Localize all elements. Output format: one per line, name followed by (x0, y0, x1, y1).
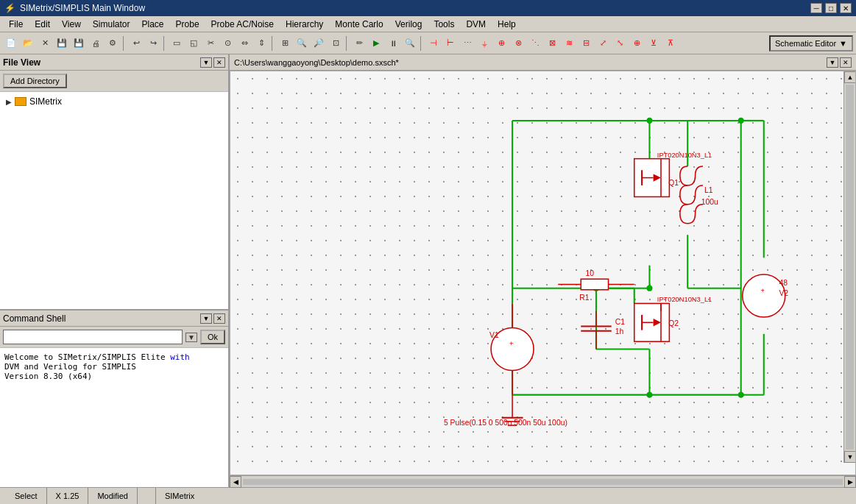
svg-point-20 (646, 118, 652, 124)
v2-value-label: 48 (779, 279, 788, 287)
folder-icon (15, 97, 26, 106)
tb-poly[interactable]: ◱ (185, 35, 202, 52)
tb-vcc[interactable]: ⊕ (493, 35, 509, 52)
inductor-value-label: 100u (701, 198, 718, 206)
command-shell-panel: Command Shell ▼ ✕ ▼ Ok Welcome to SIMetr… (0, 310, 228, 487)
menu-tools[interactable]: Tools (428, 18, 460, 31)
v1-value-label: 5 Pulse(0.15 0 500n 500n 50u 100u) (444, 419, 567, 427)
svg-rect-26 (581, 279, 608, 289)
scroll-right-btn[interactable]: ▶ (844, 476, 856, 488)
cmd-shell-controls: ▼ ✕ (200, 313, 225, 324)
tb-bus[interactable]: ⊢ (442, 35, 459, 52)
tb-print[interactable]: 🖨 (88, 35, 104, 52)
tb-probe[interactable]: 🔍 (402, 35, 418, 52)
menu-hierarchy[interactable]: Hierarchy (280, 18, 329, 31)
tb-more8[interactable]: ⊕ (629, 35, 645, 52)
titlebar-title: SIMetrix/SIMPLIS Main Window (20, 3, 145, 13)
cmd-shell-minimize-btn[interactable]: ▼ (200, 313, 212, 324)
cmd-shell-title: Command Shell (3, 313, 66, 324)
tb-save2[interactable]: 💾 (71, 35, 87, 52)
cmd-output-line-3: Version 8.30 (x64) (4, 372, 224, 381)
titlebar: ⚡ SIMetrix/SIMPLIS Main Window ─ □ ✕ (0, 0, 856, 16)
cmd-ok-button[interactable]: Ok (200, 330, 225, 344)
schematic-canvas-wrap[interactable]: 10 R1 C1 1n + V1 (230, 71, 856, 475)
tree-item-simetrix[interactable]: ▶ SIMetrix (3, 95, 225, 108)
menu-view[interactable]: View (56, 18, 87, 31)
tb-cut[interactable]: ✂ (202, 35, 219, 52)
tb-open[interactable]: 📂 (20, 35, 36, 52)
cmd-shell-input-row: ▼ Ok (0, 327, 228, 348)
tb-zoom-out[interactable]: 🔍 (294, 35, 310, 52)
toolbar: 📄 📂 ✕ 💾 💾 🖨 ⚙ ↩ ↪ ▭ ◱ ✂ ⊙ ⇔ ⇕ ⊞ 🔍 🔎 ⊡ ✏ … (0, 32, 856, 54)
sep2 (163, 36, 166, 51)
tb-undo[interactable]: ↩ (128, 35, 144, 52)
tb-more6[interactable]: ⤢ (595, 35, 611, 52)
menu-simulator[interactable]: Simulator (87, 18, 136, 31)
file-view-minimize-btn[interactable]: ▼ (200, 57, 212, 68)
tb-more2[interactable]: ⋱ (527, 35, 543, 52)
tb-run[interactable]: ▶ (368, 35, 384, 52)
dropdown-arrow-icon: ▼ (839, 39, 847, 48)
tb-pause[interactable]: ⏸ (385, 35, 401, 52)
schematic-minimize-btn[interactable]: ▼ (827, 57, 838, 68)
horizontal-scrollbar[interactable]: ◀ ▶ (230, 475, 856, 487)
tb-rect[interactable]: ▭ (169, 35, 185, 52)
q2-ref-label: Q2 (668, 319, 679, 327)
tb-mirror[interactable]: ⇔ (236, 35, 252, 52)
maximize-button[interactable]: □ (825, 3, 837, 13)
tb-more9[interactable]: ⊻ (645, 35, 662, 52)
menu-dvm[interactable]: DVM (460, 18, 492, 31)
tb-wire[interactable]: ⊣ (425, 35, 442, 52)
tree-item-label: SIMetrix (29, 96, 62, 107)
menubar: File Edit View Simulator Place Probe Pro… (0, 16, 856, 32)
menu-verilog[interactable]: Verilog (389, 18, 428, 31)
scroll-left-btn[interactable]: ◀ (230, 476, 241, 488)
menu-place[interactable]: Place (136, 18, 170, 31)
tb-more7[interactable]: ⤡ (612, 35, 628, 52)
tb-zoom-rect[interactable]: ⊡ (328, 35, 344, 52)
tb-more3[interactable]: ⊠ (544, 35, 560, 52)
file-view-content[interactable]: ▶ SIMetrix (0, 92, 228, 309)
cmd-shell-input[interactable] (3, 330, 183, 344)
resistor-value-label: 10 (585, 269, 594, 277)
tb-more10[interactable]: ⊼ (662, 35, 679, 52)
tb-more5[interactable]: ⊟ (578, 35, 594, 52)
tb-new[interactable]: 📄 (3, 35, 19, 52)
statusbar: Select X 1.25 Modified SIMetrix (0, 487, 856, 504)
tb-zoom-fit[interactable]: ⊞ (277, 35, 293, 52)
file-view-close-btn[interactable]: ✕ (213, 57, 225, 68)
add-directory-button[interactable]: Add Directory (3, 74, 67, 88)
tb-copy[interactable]: ⊙ (219, 35, 236, 52)
status-empty1 (138, 488, 156, 504)
menu-monte-carlo[interactable]: Monte Carlo (329, 18, 389, 31)
cmd-dropdown-arrow[interactable]: ▼ (185, 333, 197, 342)
tb-pencil[interactable]: ✏ (351, 35, 367, 52)
schematic-close-btn[interactable]: ✕ (840, 57, 852, 68)
v1-ref-label: V1 (489, 331, 499, 339)
menu-probe[interactable]: Probe (170, 18, 205, 31)
schematic-editor-dropdown[interactable]: Schematic Editor ▼ (769, 35, 853, 52)
tb-gnd[interactable]: ⏚ (476, 35, 492, 52)
tb-mirror2[interactable]: ⇕ (253, 35, 269, 52)
sep4 (346, 36, 349, 51)
tb-settings[interactable]: ⚙ (105, 35, 121, 52)
tb-zoom-in[interactable]: 🔎 (311, 35, 327, 52)
tb-close[interactable]: ✕ (37, 35, 53, 52)
menu-file[interactable]: File (3, 18, 29, 31)
tb-redo[interactable]: ↪ (145, 35, 161, 52)
tb-save[interactable]: 💾 (54, 35, 70, 52)
menu-probe-ac-noise[interactable]: Probe AC/Noise (205, 18, 280, 31)
v1-plus: + (509, 340, 513, 347)
tb-junction[interactable]: ⋯ (459, 35, 475, 52)
schematic-area: C:\Users\wanggaoyong\Desktop\demo.sxsch*… (230, 54, 856, 487)
cmd-shell-header: Command Shell ▼ ✕ (0, 310, 228, 327)
schematic-canvas: 10 R1 C1 1n + V1 (230, 71, 855, 475)
tb-more1[interactable]: ⊗ (510, 35, 526, 52)
menu-edit[interactable]: Edit (29, 18, 56, 31)
close-button[interactable]: ✕ (840, 3, 852, 13)
tb-more4[interactable]: ≋ (561, 35, 577, 52)
sep3 (272, 36, 275, 51)
minimize-button[interactable]: ─ (810, 3, 822, 13)
menu-help[interactable]: Help (492, 18, 522, 31)
cmd-shell-close-btn[interactable]: ✕ (213, 313, 225, 324)
